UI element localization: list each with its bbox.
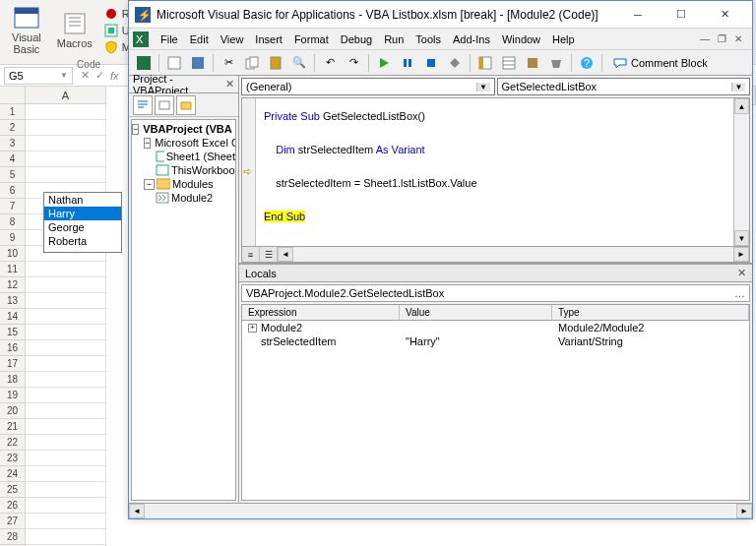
row-header[interactable]: 10 [0,246,26,262]
mdi-minimize-button[interactable]: — [700,33,710,44]
expand-icon[interactable]: + [248,324,257,333]
locals-column-header[interactable]: Expression [242,305,400,320]
cell[interactable] [26,529,106,545]
pane-close-button[interactable]: ✕ [225,78,234,91]
object-dropdown[interactable]: (General)▼ [241,78,495,95]
menu-format[interactable]: Format [288,31,335,47]
view-excel-button[interactable] [133,52,155,74]
menu-file[interactable]: File [155,31,184,47]
locals-table[interactable]: ExpressionValueType +Module2Module2/Modu… [241,304,750,501]
cell[interactable] [26,419,106,435]
paste-button[interactable] [265,52,286,74]
cell[interactable] [26,136,106,152]
listbox-item[interactable]: Harry [44,207,121,220]
row-header[interactable]: 14 [0,309,26,325]
cell[interactable] [26,325,106,340]
scroll-left-button[interactable]: ◄ [129,504,145,518]
code-text[interactable]: Private Sub GetSelectedListBox() Dim str… [256,98,733,246]
insert-button[interactable] [163,52,185,74]
cell[interactable] [26,152,106,167]
find-button[interactable]: 🔍 [288,52,310,74]
cell[interactable] [26,451,106,466]
row-header[interactable]: 24 [0,466,26,482]
project-tree[interactable]: −VBAProject (VBA L −Microsoft Excel O Sh… [131,119,236,501]
view-code-button[interactable] [133,95,153,115]
cell[interactable] [26,167,106,183]
properties-button[interactable] [498,52,520,74]
cell[interactable] [26,340,106,356]
cell[interactable] [26,356,106,372]
maximize-button[interactable]: ☐ [660,2,703,28]
menu-window[interactable]: Window [496,31,546,47]
cell[interactable] [26,309,106,325]
collapse-icon[interactable]: − [144,138,151,149]
toolbox-button[interactable] [545,52,567,74]
excel-icon[interactable]: X [133,31,149,47]
locals-column-header[interactable]: Type [552,305,749,320]
procedure-dropdown[interactable]: GetSelectedListBox▼ [497,78,751,95]
copy-button[interactable] [241,52,263,74]
code-margin[interactable]: ➪ [242,98,256,246]
row-header[interactable]: 21 [0,419,26,435]
cell[interactable] [26,388,106,403]
cell[interactable] [26,120,106,136]
code-editor[interactable]: ➪ Private Sub GetSelectedListBox() Dim s… [241,97,750,247]
macros-button[interactable]: Macros [49,2,100,59]
name-box[interactable]: G5▼ [4,67,73,85]
close-button[interactable]: ✕ [703,2,746,28]
column-header-a[interactable]: A [26,87,106,104]
menu-tools[interactable]: Tools [410,31,447,47]
menu-edit[interactable]: Edit [184,31,215,47]
chevron-down-icon[interactable]: ▼ [60,71,68,80]
listbox-item[interactable]: Roberta [44,234,121,248]
procedure-view-button[interactable]: ≡ [242,247,260,262]
locals-row[interactable]: strSelectedItem"Harry"Variant/String [242,334,749,348]
cell[interactable] [26,514,106,529]
row-header[interactable]: 25 [0,482,26,498]
select-all-corner[interactable] [0,87,26,104]
row-header[interactable]: 8 [0,214,26,230]
row-header[interactable]: 3 [0,136,26,152]
menu-debug[interactable]: Debug [335,31,378,47]
cell[interactable] [26,466,106,482]
vertical-scrollbar[interactable]: ▲ ▼ [733,98,749,246]
view-object-button[interactable] [155,95,174,115]
scroll-left-button[interactable]: ◄ [278,247,293,262]
comment-block-button[interactable]: Comment Block [606,52,715,74]
row-header[interactable]: 16 [0,340,26,356]
row-header[interactable]: 1 [0,104,26,120]
row-header[interactable]: 20 [0,403,26,419]
window-horizontal-scrollbar[interactable]: ◄ ► [129,503,752,518]
cell[interactable] [26,372,106,388]
row-header[interactable]: 27 [0,514,26,529]
mdi-restore-button[interactable]: ❐ [718,33,726,44]
row-header[interactable]: 19 [0,388,26,403]
row-header[interactable]: 17 [0,356,26,372]
horizontal-scrollbar[interactable]: ≡ ☰ ◄ ► [241,247,750,263]
full-module-view-button[interactable]: ☰ [260,247,278,262]
cell[interactable] [26,293,106,309]
row-header[interactable]: 6 [0,183,26,199]
save-button[interactable] [187,52,209,74]
menu-view[interactable]: View [215,31,250,47]
worksheet-listbox[interactable]: NathanHarryGeorgeRoberta [43,192,122,253]
titlebar[interactable]: ⚡ Microsoft Visual Basic for Application… [129,1,752,29]
collapse-icon[interactable]: − [132,124,139,135]
row-header[interactable]: 18 [0,372,26,388]
cell[interactable] [26,498,106,514]
cell[interactable] [26,277,106,293]
row-header[interactable]: 13 [0,293,26,309]
help-button[interactable]: ? [576,52,598,74]
menu-add-ins[interactable]: Add-Ins [447,31,496,47]
row-header[interactable]: 26 [0,498,26,514]
locals-callstack-button[interactable]: … [734,287,745,299]
row-header[interactable]: 11 [0,262,26,277]
listbox-item[interactable]: George [44,220,121,234]
scroll-up-button[interactable]: ▲ [734,98,749,114]
menu-run[interactable]: Run [378,31,410,47]
cut-button[interactable]: ✂ [218,52,239,74]
run-button[interactable] [373,52,395,74]
mdi-close-button[interactable]: ✕ [734,33,742,44]
scroll-down-button[interactable]: ▼ [734,230,749,246]
row-header[interactable]: 9 [0,230,26,246]
